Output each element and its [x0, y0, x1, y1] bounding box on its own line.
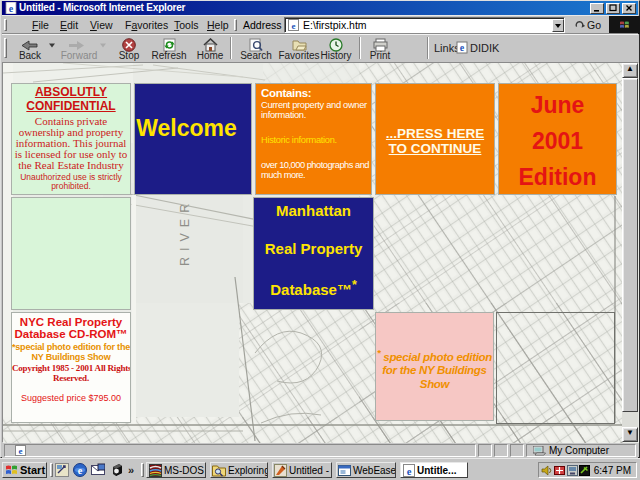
svg-text:RIVER: RIVER [178, 198, 192, 266]
svg-text:e: e [9, 3, 14, 14]
svg-text:e: e [407, 466, 412, 477]
svg-text:e: e [78, 465, 83, 476]
svg-text:e: e [460, 42, 465, 53]
svg-text:e: e [292, 21, 296, 31]
svg-text:e: e [19, 446, 23, 456]
